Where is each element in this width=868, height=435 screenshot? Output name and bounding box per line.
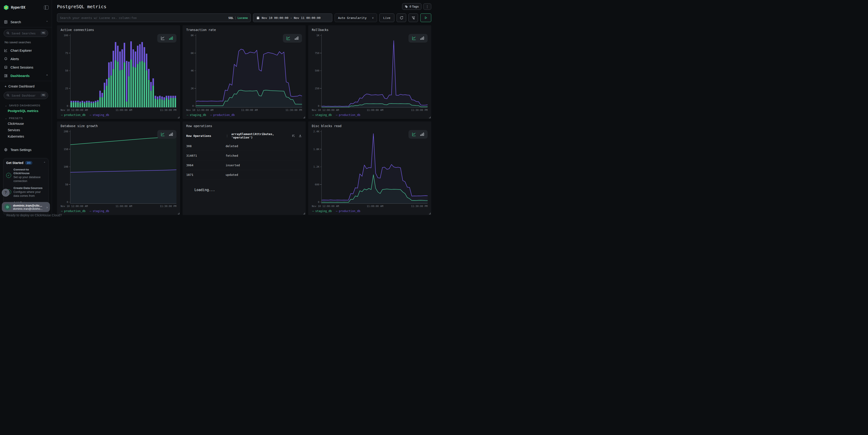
saved-dashboards-group[interactable]: ⌄ SAVED DASHBOARDS — [0, 101, 52, 108]
expand-columns-icon[interactable] — [291, 134, 295, 138]
legend-item-production_db[interactable]: —production_db — [61, 113, 86, 116]
chart-canvas[interactable] — [70, 34, 177, 107]
panel-resize-handle[interactable] — [178, 213, 179, 214]
legend-item-staging_db[interactable]: —staging_db — [312, 209, 332, 213]
chart-legend: —production_db—staging_db — [61, 113, 177, 116]
panel-resize-handle[interactable] — [303, 116, 305, 118]
bar-view-icon[interactable] — [420, 36, 425, 40]
sidebar-item-alerts[interactable]: Alerts — [0, 55, 52, 63]
get-started-header[interactable]: Get Started 2/3 ⌃ — [6, 161, 45, 165]
table-header: Row Operations ⋮ arrayElement(Attributes… — [186, 132, 302, 141]
sidebar-preset-clickhouse[interactable]: ClickHouse — [0, 121, 52, 127]
line-view-icon[interactable] — [160, 132, 165, 137]
legend-item-production_db[interactable]: —production_db — [210, 113, 235, 116]
mode-separator: | — [235, 16, 236, 20]
filter-button[interactable] — [408, 13, 418, 22]
lucene-mode-toggle[interactable]: Lucene — [238, 16, 248, 20]
live-button[interactable]: Live — [379, 13, 394, 22]
chart-canvas[interactable] — [70, 130, 177, 204]
sidebar-item-client-sessions[interactable]: Client Sessions — [0, 63, 52, 71]
x-axis-tick: Nov 10 12:00:00 AM — [186, 109, 213, 111]
bar-view-icon[interactable] — [294, 36, 299, 40]
line-view-icon[interactable] — [160, 36, 165, 40]
legend-label: production_db — [339, 209, 361, 213]
sql-mode-toggle[interactable]: SQL — [228, 16, 234, 20]
chart-legend: —staging_db—production_db — [312, 113, 428, 116]
legend-item-production_db[interactable]: —production_db — [61, 209, 86, 213]
sidebar-item-dashboards[interactable]: Dashboards ⌃ — [0, 71, 52, 80]
x-axis: Nov 10 12:00:00 AM11:00:00 AM11:30:00 PM — [61, 109, 177, 111]
legend-item-production_db[interactable]: —production_db — [336, 209, 360, 213]
sidebar-preset-services[interactable]: Services — [0, 127, 52, 133]
page-title: PostgreSQL metrics — [57, 4, 106, 9]
legend-label: staging_db — [93, 113, 109, 116]
chart-canvas[interactable] — [321, 130, 428, 204]
gear-icon — [4, 147, 8, 152]
calendar-icon — [256, 16, 259, 20]
bar-view-icon[interactable] — [168, 36, 174, 40]
legend-label: production_db — [339, 113, 361, 116]
bar-view-icon[interactable] — [168, 132, 174, 137]
chevron-up-icon: ⌃ — [46, 74, 48, 77]
bar-view-icon[interactable] — [420, 132, 425, 137]
legend-item-staging_db[interactable]: —staging_db — [90, 113, 109, 116]
event-search-input[interactable] — [60, 16, 228, 20]
download-icon[interactable] — [299, 134, 302, 138]
column-header-row-operations[interactable]: Row Operations — [186, 134, 226, 138]
line-view-icon[interactable] — [286, 36, 291, 40]
legend-item-staging_db[interactable]: —staging_db — [90, 209, 109, 213]
panel-resize-handle[interactable] — [303, 213, 305, 214]
table-row[interactable]: 3064 inserted — [186, 161, 302, 170]
sidebar-preset-kubernetes[interactable]: Kubernetes — [0, 133, 52, 140]
get-started-step-connect[interactable]: ✓ Connect to ClickHouse Set up your data… — [6, 168, 45, 183]
table-row[interactable]: 1871 updated — [186, 170, 302, 180]
granularity-select[interactable]: Auto Granularity ∨ — [335, 13, 377, 22]
y-axis-tick: 20B — [64, 130, 70, 133]
y-axis-tick: 25 — [65, 87, 70, 90]
panel-resize-handle[interactable] — [429, 116, 431, 118]
x-axis-tick: 11:30:00 PM — [411, 205, 428, 208]
chart-canvas[interactable] — [321, 34, 428, 107]
legend-label: staging_db — [93, 209, 109, 213]
group-label: SAVED DASHBOARDS — [9, 104, 40, 107]
tags-button[interactable]: 0 Tags — [402, 3, 422, 10]
sidebar-collapse-icon[interactable] — [44, 5, 49, 9]
user-menu[interactable]: D dominic.tran@clic... dominic.tran@clic… — [2, 202, 50, 212]
sidebar-item-search[interactable]: Search ⌃ — [0, 18, 52, 26]
create-dashboard-button[interactable]: + Create Dashboard — [0, 82, 52, 90]
x-axis-tick: 11:30:00 PM — [285, 109, 302, 111]
tag-icon — [405, 5, 408, 8]
presets-group[interactable]: ⌄ PRESETS — [0, 114, 52, 121]
table-row[interactable]: 314071 fetched — [186, 151, 302, 161]
legend-item-production_db[interactable]: —production_db — [336, 113, 360, 116]
get-started-step-sources[interactable]: ✓ Create Data Sources Configure where yo… — [6, 186, 45, 198]
refresh-button[interactable] — [397, 13, 406, 22]
panel-resize-handle[interactable] — [178, 116, 179, 118]
legend-label: staging_db — [315, 209, 332, 213]
table-row[interactable]: 308 deleted — [186, 141, 302, 151]
column-header-operation[interactable]: arrayElement(Attributes, 'operation') — [231, 132, 291, 139]
run-query-button[interactable] — [420, 13, 431, 22]
y-axis-tick: 2K — [191, 87, 196, 90]
panel-transaction-rate: Transaction rate 8K6K4K2K0 Nov 10 12:00:… — [183, 25, 306, 119]
help-button[interactable]: ? — [2, 189, 9, 197]
sidebar-item-team-settings[interactable]: Team Settings — [0, 145, 52, 154]
hyperdx-logo-icon: ⚡ — [4, 5, 9, 10]
sidebar-dashboard-postgresql-metrics[interactable]: PostgreSQL metrics — [0, 108, 52, 114]
column-resize-handle[interactable]: ⋮ — [226, 134, 228, 138]
legend-item-staging_db[interactable]: —staging_db — [312, 113, 332, 116]
more-options-button[interactable]: ⋮ — [423, 3, 431, 10]
panel-database-size-growth: Database size growth 20B15B10B5B0 Nov 10… — [57, 122, 180, 215]
line-view-icon[interactable] — [411, 36, 416, 40]
line-view-icon[interactable] — [411, 132, 416, 137]
sidebar-item-chart-explorer[interactable]: Chart Explorer — [0, 46, 52, 55]
granularity-value: Auto Granularity — [338, 16, 367, 20]
cell-value: 1871 — [186, 173, 226, 176]
chart-canvas[interactable] — [196, 34, 302, 107]
date-range-picker[interactable]: Nov 10 00:00:00 - Nov 11 00:00:00 — [253, 13, 332, 22]
create-dashboard-label: Create Dashboard — [8, 85, 34, 88]
y-axis-tick: 50 — [65, 69, 70, 72]
logs-icon — [4, 20, 8, 24]
panel-resize-handle[interactable] — [429, 213, 431, 214]
legend-item-staging_db[interactable]: —staging_db — [187, 113, 206, 116]
